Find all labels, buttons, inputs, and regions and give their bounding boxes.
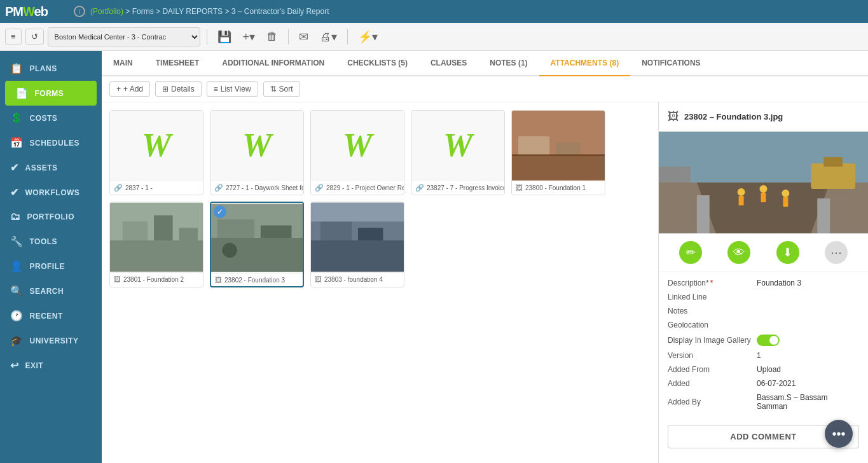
- view-action-btn[interactable]: 👁: [727, 241, 750, 264]
- sidebar-item-profile[interactable]: 👤 PROFILE: [0, 254, 102, 279]
- sort-btn[interactable]: ⇅ Sort: [263, 81, 300, 97]
- print-btn[interactable]: 🖨▾: [316, 29, 341, 45]
- field-linked-line: Linked Line: [668, 293, 859, 301]
- svg-rect-19: [311, 203, 404, 222]
- display-gallery-toggle[interactable]: [757, 335, 780, 346]
- email-btn[interactable]: ✉: [295, 29, 312, 45]
- added-from-label: Added From: [668, 365, 757, 374]
- tab-clauses[interactable]: CLAUSES: [419, 51, 478, 76]
- thumb-card-1[interactable]: W 🔗 2837 - 1 -: [109, 110, 203, 195]
- sidebar-item-tools[interactable]: 🔧 TOOLS: [0, 229, 102, 254]
- svg-rect-2: [518, 136, 549, 155]
- sidebar-item-costs[interactable]: 💲 COSTS: [0, 106, 102, 130]
- thumb-card-3[interactable]: W 🔗 2829 - 1 - Project Owner Re...: [310, 110, 404, 195]
- linked-line-label: Linked Line: [668, 293, 757, 301]
- fab-btn[interactable]: •••: [825, 420, 853, 448]
- detail-preview: [659, 132, 868, 233]
- sidebar-item-recent[interactable]: 🕐 RECENT: [0, 303, 102, 328]
- sidebar-label-university: UNIVERSITY: [30, 336, 79, 345]
- thumb-card-8[interactable]: 🖼 23803 - foundation 4: [310, 202, 404, 287]
- sidebar-label-costs: COSTS: [30, 114, 58, 123]
- tools-icon: 🔧: [10, 235, 24, 247]
- sidebar-item-search[interactable]: 🔍 SEARCH: [0, 279, 102, 303]
- history-btn[interactable]: ↺: [25, 29, 44, 45]
- link-icon-1: 🔗: [114, 184, 123, 192]
- svg-rect-9: [179, 228, 198, 240]
- added-by-label: Added By: [668, 397, 757, 406]
- save-btn[interactable]: 💾: [214, 29, 235, 45]
- thumb-label-5: 🖼 23800 - Foundation 1: [512, 181, 605, 194]
- detail-title: 23802 – Foundation 3.jpg: [684, 112, 783, 121]
- plans-icon: 📋: [10, 62, 24, 74]
- list-view-btn[interactable]: ≡: [5, 29, 22, 45]
- sidebar-item-exit[interactable]: ↩ EXIT: [0, 353, 102, 378]
- thumb-img-3: W: [311, 111, 404, 181]
- sidebar-label-tools: TOOLS: [30, 237, 58, 246]
- file-type-icon: 🖼: [668, 110, 679, 123]
- thumb-label-7: 🖼 23802 - Foundation 3: [211, 273, 303, 286]
- tab-checklists[interactable]: CHECKLISTS (5): [336, 51, 419, 76]
- details-btn[interactable]: ⊞ Details: [155, 81, 202, 97]
- sidebar: 📋 PLANS 📄 FORMS 💲 COSTS 📅 SCHEDULES ✔ AS…: [0, 51, 102, 463]
- thumb-img-6: [110, 202, 203, 272]
- record-selector[interactable]: Boston Medical Center - 3 - Contrac: [48, 27, 200, 46]
- svg-rect-28: [783, 197, 788, 207]
- add-attachment-btn[interactable]: + + Add: [109, 81, 150, 97]
- sidebar-item-schedules[interactable]: 📅 SCHEDULES: [0, 130, 102, 155]
- details-label: Details: [171, 85, 195, 93]
- add-btn[interactable]: +▾: [239, 29, 259, 45]
- sidebar-item-portfolio[interactable]: 🗂 PORTFOLIO: [0, 205, 102, 229]
- download-action-btn[interactable]: ⬇: [776, 241, 799, 264]
- sidebar-item-workflows[interactable]: ✔ WORKFLOWS: [0, 180, 102, 205]
- list-view-btn[interactable]: ≡ List View: [207, 81, 258, 97]
- tab-timesheet[interactable]: TIMESHEET: [144, 51, 211, 76]
- sort-label: Sort: [279, 85, 293, 93]
- list-label: List View: [221, 85, 251, 93]
- sub-toolbar: + + Add ⊞ Details ≡ List View ⇅ Sort: [102, 76, 868, 102]
- svg-rect-1: [512, 155, 605, 180]
- svg-rect-30: [823, 157, 843, 167]
- sidebar-item-forms[interactable]: 📄 FORMS: [5, 81, 97, 106]
- w-logo-1: W: [142, 129, 171, 162]
- thumb-card-7[interactable]: ✓ 🖼 23802 - Foundation 3: [210, 202, 304, 287]
- sidebar-label-plans: PLANS: [30, 64, 57, 73]
- thumb-card-4[interactable]: W 🔗 23827 - 7 - Progress Invoice...: [411, 110, 505, 195]
- thumb-card-2[interactable]: W 🔗 2727 - 1 - Daywork Sheet fo...: [210, 110, 304, 195]
- lightning-btn[interactable]: ⚡▾: [354, 29, 382, 45]
- description-label: Description*: [668, 279, 757, 287]
- added-by-value: Bassam.S – Bassam Samman: [757, 393, 859, 411]
- delete-btn[interactable]: 🗑: [263, 29, 282, 45]
- tab-additional[interactable]: ADDITIONAL INFORMATION: [210, 51, 336, 76]
- tab-main[interactable]: MAIN: [102, 51, 144, 76]
- list-icon: ≡: [214, 85, 218, 93]
- sort-icon: ⇅: [270, 85, 277, 93]
- costs-icon: 💲: [10, 112, 24, 124]
- portfolio-link[interactable]: (Portfolio): [90, 7, 123, 16]
- sidebar-item-plans[interactable]: 📋 PLANS: [0, 56, 102, 81]
- sidebar-label-assets: ASSETS: [25, 163, 58, 172]
- tab-attachments[interactable]: ATTACHMENTS (8): [539, 51, 631, 76]
- thumb-label-4: 🔗 23827 - 7 - Progress Invoice...: [411, 181, 504, 195]
- thumb-img-8: [311, 202, 404, 272]
- edit-action-btn[interactable]: ✏: [679, 241, 702, 264]
- svg-point-25: [760, 185, 768, 193]
- top-bar: PMWeb i (Portfolio) > Forms > DAILY REPO…: [0, 0, 868, 23]
- toggle-knob: [769, 336, 778, 345]
- sidebar-label-search: SEARCH: [30, 287, 64, 296]
- thumb-label-2: 🔗 2727 - 1 - Daywork Sheet fo...: [210, 181, 303, 195]
- add-icon: +: [116, 85, 121, 93]
- breadcrumb: (Portfolio) > Forms > DAILY REPORTS > 3 …: [90, 7, 329, 16]
- sidebar-item-university[interactable]: 🎓 UNIVERSITY: [0, 328, 102, 353]
- more-action-btn[interactable]: ⋯: [825, 241, 848, 264]
- info-icon[interactable]: i: [74, 6, 85, 17]
- thumb-card-6[interactable]: 🖼 23801 - Foundation 2: [109, 202, 203, 287]
- thumb-card-5[interactable]: 🖼 23800 - Foundation 1: [511, 110, 605, 195]
- added-value: 06-07-2021: [757, 379, 796, 388]
- add-label: + Add: [123, 85, 143, 93]
- svg-rect-8: [154, 215, 173, 240]
- tab-notes[interactable]: NOTES (1): [478, 51, 539, 76]
- display-gallery-label: Display In Image Gallery: [668, 336, 757, 345]
- thumb-img-2: W: [210, 111, 303, 181]
- sidebar-item-assets[interactable]: ✔ ASSETS: [0, 155, 102, 180]
- tab-notifications[interactable]: NOTIFICATIONS: [630, 51, 712, 76]
